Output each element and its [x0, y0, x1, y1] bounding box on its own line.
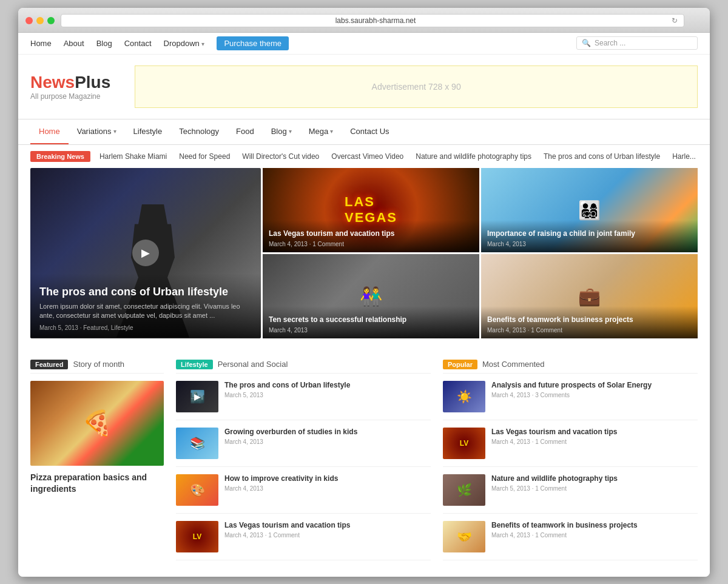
minimize-button[interactable] — [36, 17, 44, 24]
popular-thumb-2: LV — [443, 428, 485, 459]
teamwork-emoji: 💼 — [578, 286, 601, 307]
purchase-theme-button[interactable]: Purchase theme — [217, 36, 289, 50]
lifestyle-article-1-info: The pros and cons of Urban lifestyle Mar… — [224, 381, 431, 412]
ad-text: Advertisement 728 x 90 — [372, 82, 461, 92]
lifestyle-thumb-2: 📚 — [176, 428, 218, 459]
popular-title-1[interactable]: Analysis and future prospects of Solar E… — [491, 381, 698, 391]
popular-article-2-info: Las Vegas tourism and vacation tips Marc… — [491, 428, 698, 459]
lifestyle-thumb-3: 🎨 — [176, 474, 218, 506]
popular-title-4[interactable]: Benefits of teamwork in business project… — [491, 521, 698, 531]
breaking-item-2[interactable]: Need for Speed — [179, 152, 230, 161]
breaking-item-1[interactable]: Harlem Shake Miami — [99, 152, 167, 161]
top-nav-about[interactable]: About — [64, 39, 84, 48]
popular-meta-2: March 4, 2013 · 1 Comment — [491, 438, 698, 445]
browser-window: labs.saurabh-sharma.net ↻ Home About Blo… — [18, 8, 710, 577]
popular-article-3-info: Nature and wildlife photography tips Mar… — [491, 474, 698, 506]
joint-family-title: Importance of raising a child in joint f… — [487, 229, 692, 239]
nav-variations[interactable]: Variations ▾ — [69, 119, 125, 144]
lifestyle-title-1[interactable]: The pros and cons of Urban lifestyle — [224, 381, 431, 391]
couple-emoji: 👫 — [360, 286, 382, 307]
browser-content: Home About Blog Contact Dropdown ▾ Purch… — [18, 33, 710, 577]
close-button[interactable] — [25, 17, 33, 24]
lifestyle-article-2-info: Growing overburden of studies in kids Ma… — [224, 428, 431, 459]
lifestyle-column: Lifestyle Personal and Social 🏙️ The pro… — [176, 360, 431, 568]
lifestyle-meta-1: March 5, 2013 — [224, 392, 431, 398]
nav-mega[interactable]: Mega ▾ — [300, 119, 342, 144]
lifestyle-meta-2: March 4, 2013 — [224, 438, 431, 445]
article-vegas[interactable]: LASVEGAS Las Vegas tourism and vacation … — [263, 168, 479, 252]
article-relationship[interactable]: 👫 Ten secrets to a successful relationsh… — [263, 254, 479, 338]
top-nav-dropdown[interactable]: Dropdown ▾ — [164, 39, 205, 48]
article-teamwork[interactable]: 💼 Benefits of teamwork in business proje… — [481, 254, 698, 338]
solar-icon: ☀️ — [457, 389, 472, 404]
article-joint-family[interactable]: 👨‍👩‍👧‍👦 Importance of raising a child in… — [481, 168, 698, 252]
vegas-title: Las Vegas tourism and vacation tips — [269, 229, 473, 239]
lifestyle-meta-4: March 4, 2013 · 1 Comment — [224, 532, 431, 539]
nav-blog[interactable]: Blog ▾ — [263, 119, 300, 144]
breaking-item-5[interactable]: Nature and wildlife photography tips — [416, 152, 531, 161]
relationship-meta: March 4, 2013 — [269, 327, 473, 334]
featured-article-image[interactable]: 🍕 — [30, 381, 164, 466]
popular-title-2[interactable]: Las Vegas tourism and vacation tips — [491, 428, 698, 437]
side-articles-grid: LASVEGAS Las Vegas tourism and vacation … — [263, 168, 698, 338]
breaking-item-6[interactable]: The pros and cons of Urban lifestyle — [544, 152, 660, 161]
nav-lifestyle[interactable]: Lifestyle — [125, 119, 171, 144]
lifestyle-title-4[interactable]: Las Vegas tourism and vacation tips — [224, 521, 431, 531]
top-nav-contact[interactable]: Contact — [124, 39, 152, 48]
breaking-item-7[interactable]: Harle... — [672, 152, 696, 161]
popular-article-4: 🤝 Benefits of teamwork in business proje… — [443, 521, 698, 560]
popular-badge: Popular — [443, 360, 477, 369]
breaking-news-bar: Breaking News Harlem Shake Miami Need fo… — [18, 145, 710, 168]
popular-title-3[interactable]: Nature and wildlife photography tips — [491, 474, 698, 484]
lifestyle-article-2: 📚 Growing overburden of studies in kids … — [176, 428, 431, 467]
kids-emoji: 👨‍👩‍👧‍👦 — [578, 200, 601, 221]
maximize-button[interactable] — [47, 17, 55, 24]
kids-study-icon: 📚 — [190, 436, 205, 451]
popular-article-4-info: Benefits of teamwork in business project… — [491, 521, 698, 552]
creativity-icon: 🎨 — [190, 483, 205, 497]
main-featured-excerpt: Lorem ipsum dolor sit amet, consectetur … — [39, 302, 252, 321]
featured-badge: Featured — [30, 360, 68, 369]
teamwork-overlay: Benefits of teamwork in business project… — [481, 306, 698, 338]
relationship-overlay: Ten secrets to a successful relationship… — [263, 306, 479, 338]
nature-icon: 🌿 — [457, 483, 472, 497]
featured-article-title[interactable]: Pizza preparation basics and ingredients — [30, 472, 164, 495]
search-box[interactable]: 🔍 Search ... — [576, 36, 698, 50]
breaking-item-3[interactable]: Will Director's Cut video — [242, 152, 319, 161]
popular-article-1-info: Analysis and future prospects of Solar E… — [491, 381, 698, 412]
breaking-item-4[interactable]: Overcast Vimeo Video — [331, 152, 403, 161]
top-nav-home[interactable]: Home — [30, 39, 52, 48]
lifestyle-badge: Lifestyle — [176, 360, 213, 369]
lifestyle-title-2[interactable]: Growing overburden of studies in kids — [224, 428, 431, 437]
breaking-news-items: Harlem Shake Miami Need for Speed Will D… — [99, 152, 696, 161]
lifestyle-subtitle: Personal and Social — [218, 360, 288, 369]
featured-column: Featured Story of month 🍕 Pizza preparat… — [30, 360, 164, 568]
search-placeholder: Search ... — [595, 39, 625, 47]
reload-icon[interactable]: ↻ — [672, 16, 678, 25]
popular-meta-1: March 4, 2013 · 3 Comments — [491, 392, 698, 398]
popular-article-1: ☀️ Analysis and future prospects of Sola… — [443, 381, 698, 420]
advertisement-banner: Advertisement 728 x 90 — [135, 65, 698, 108]
joint-family-overlay: Importance of raising a child in joint f… — [481, 220, 698, 252]
nav-home[interactable]: Home — [30, 119, 69, 144]
nav-food[interactable]: Food — [228, 119, 263, 144]
lifestyle-article-4-info: Las Vegas tourism and vacation tips Marc… — [224, 521, 431, 552]
nav-technology[interactable]: Technology — [170, 119, 228, 144]
lifestyle-title-3[interactable]: How to improve creativity in kids — [224, 474, 431, 484]
teamwork-meta: March 4, 2013 · 1 Comment — [487, 327, 692, 334]
top-nav-blog[interactable]: Blog — [96, 39, 112, 48]
popular-column: Popular Most Commented ☀️ Analysis and f… — [443, 360, 698, 568]
popular-thumb-3: 🌿 — [443, 474, 485, 506]
logo-plus: Plus — [75, 73, 110, 92]
nav-contact-us[interactable]: Contact Us — [342, 119, 397, 144]
logo-tagline: All purpose Magazine — [30, 92, 110, 101]
video-play-button[interactable]: ▶ — [132, 240, 159, 266]
url-bar[interactable]: labs.saurabh-sharma.net ↻ — [61, 14, 684, 27]
main-featured-article[interactable]: ▶ The pros and cons of Urban lifestyle L… — [30, 168, 261, 338]
site-logo[interactable]: NewsPlus All purpose Magazine — [30, 73, 110, 101]
relationship-title: Ten secrets to a successful relationship — [269, 315, 473, 325]
vegas-meta: March 4, 2013 · 1 Comment — [269, 241, 473, 247]
teamwork-title: Benefits of teamwork in business project… — [487, 315, 692, 325]
browser-chrome: labs.saurabh-sharma.net ↻ — [18, 8, 710, 33]
popular-meta-3: March 5, 2013 · 1 Comment — [491, 485, 698, 492]
